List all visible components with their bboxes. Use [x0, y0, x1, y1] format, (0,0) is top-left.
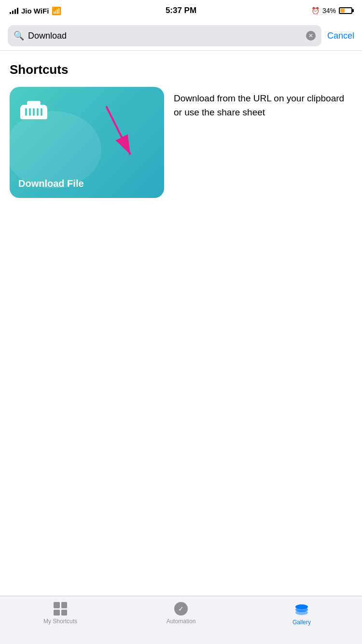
search-bar[interactable]: 🔍 Download ✕ — [8, 25, 321, 46]
search-bar-container: 🔍 Download ✕ Cancel — [0, 21, 362, 50]
screen-time-icon: ⏰ — [311, 7, 320, 14]
time-label: 5:37 PM — [166, 6, 196, 15]
tab-gallery[interactable]: Gallery — [282, 602, 321, 626]
status-right: ⏰ 34% — [311, 7, 352, 14]
status-bar: Jio WiFi 📶 5:37 PM ⏰ 34% — [0, 0, 362, 21]
tab-automation[interactable]: ✓ Automation — [162, 602, 200, 625]
wifi-icon: 📶 — [52, 6, 61, 15]
shortcut-card-download-file[interactable]: Download File — [10, 87, 164, 198]
section-title: Shortcuts — [10, 62, 352, 77]
tab-my-shortcuts-label: My Shortcuts — [43, 618, 77, 625]
svg-point-4 — [295, 604, 308, 609]
battery-icon — [339, 7, 352, 14]
battery-percent-label: 34% — [322, 7, 336, 14]
my-shortcuts-icon — [54, 602, 67, 616]
signal-icon — [10, 7, 18, 14]
main-content: Shortcuts Download Fi — [0, 51, 362, 210]
automation-icon: ✓ — [174, 602, 188, 616]
carrier-label: Jio WiFi — [21, 7, 49, 15]
tab-gallery-label: Gallery — [292, 619, 311, 626]
search-icon: 🔍 — [14, 30, 24, 41]
tab-my-shortcuts[interactable]: My Shortcuts — [41, 602, 80, 625]
tab-automation-label: Automation — [167, 618, 196, 625]
search-input[interactable]: Download — [28, 31, 302, 41]
tab-bar: My Shortcuts ✓ Automation Gallery — [0, 596, 362, 644]
search-clear-button[interactable]: ✕ — [306, 31, 316, 41]
shortcut-row: Download File Download from the URL on y… — [10, 87, 352, 198]
shortcut-description: Download from the URL on your clipboard … — [174, 87, 352, 119]
shortcut-card-title: Download File — [18, 178, 155, 189]
cancel-button[interactable]: Cancel — [327, 31, 354, 41]
status-left: Jio WiFi 📶 — [10, 6, 61, 15]
shortcut-card-icon — [18, 99, 49, 125]
gallery-icon — [294, 602, 309, 616]
